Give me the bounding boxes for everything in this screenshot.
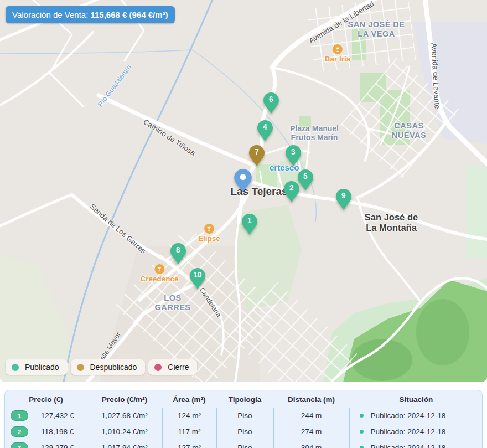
cierre-dot-icon — [154, 364, 162, 371]
area-cell: 117 m² — [162, 424, 216, 440]
price-cell: 127,432 € — [28, 411, 87, 420]
col-header-area: Área (m²) — [162, 390, 216, 408]
subject-property-pin[interactable] — [234, 169, 252, 192]
legend-chip-despublicado: Despublicado — [71, 359, 146, 375]
map-marker-4[interactable]: 4 — [257, 120, 273, 141]
status-cell: Publicado: 2024-12-18 — [371, 411, 446, 420]
status-cell: Publicado: 2024-12-18 — [371, 428, 446, 436]
col-header-tipologia: Tipología — [216, 390, 273, 408]
area-cell: 124 m² — [162, 408, 216, 424]
publicado-dot-icon — [12, 364, 19, 371]
col-header-situacion: Situación — [349, 390, 483, 408]
marker-number: 8 — [170, 245, 186, 254]
despublicado-dot-icon — [77, 364, 84, 371]
map-marker-6[interactable]: 6 — [263, 92, 279, 114]
status-cell: Publicado: 2024-12-18 — [371, 444, 446, 448]
map-legend: Publicado Despublicado Cierre — [6, 359, 197, 375]
table-row[interactable]: 2 118,198 € 1,010.24 €/m² 117 m² Piso 27… — [5, 424, 483, 440]
status-dot-icon — [360, 414, 364, 418]
row-number-badge: 1 — [11, 410, 28, 421]
marker-number: 4 — [257, 122, 273, 131]
marker-number: 3 — [286, 147, 301, 156]
price-m2-cell: 1,027.68 €/m² — [87, 408, 162, 424]
map-marker-2[interactable]: 2 — [284, 181, 299, 202]
map-marker-5[interactable]: 5 — [298, 169, 313, 190]
table-header-row: Precio (€) Precio (€/m²) Área (m²) Tipol… — [5, 390, 483, 408]
marker-number: 6 — [263, 95, 279, 104]
map-marker-1[interactable]: 1 — [242, 214, 257, 235]
marker-number: 7 — [249, 147, 265, 156]
legend-label: Cierre — [168, 363, 189, 372]
distance-cell: 304 m — [273, 440, 349, 448]
table-row[interactable]: 1 127,432 € 1,027.68 €/m² 124 m² Piso 24… — [5, 408, 483, 424]
table-row[interactable]: 3 129,279 € 1,017.94 €/m² 127 m² Piso 30… — [5, 440, 483, 448]
marker-number: 10 — [190, 270, 205, 279]
distance-cell: 244 m — [273, 408, 349, 424]
col-header-precio-m2: Precio (€/m²) — [87, 390, 162, 408]
price-m2-cell: 1,010.24 €/m² — [87, 424, 162, 440]
comparables-table: Precio (€) Precio (€/m²) Área (m²) Tipol… — [4, 390, 483, 448]
valuation-badge: Valoración de Venta: 115,668 € (964 €/m²… — [6, 6, 175, 23]
legend-label: Despublicado — [90, 363, 137, 372]
type-cell: Piso — [216, 440, 273, 448]
valuation-value: 115,668 € (964 €/m²) — [91, 10, 168, 19]
price-cell: 129,279 € — [28, 444, 87, 448]
map-marker-7[interactable]: 7 — [249, 145, 265, 166]
map-marker-3[interactable]: 3 — [286, 145, 301, 166]
legend-chip-cierre: Cierre — [148, 359, 197, 375]
row-number-badge: 2 — [11, 426, 28, 437]
marker-number: 5 — [298, 172, 313, 181]
map-marker-10[interactable]: 10 — [190, 268, 205, 289]
row-number-badge: 3 — [11, 442, 28, 448]
map-canvas[interactable]: Avenida de la Libertad SAN JOSÉ DE LA VE… — [0, 0, 487, 382]
marker-number: 9 — [336, 191, 351, 200]
col-header-distancia: Distancia (m) — [273, 390, 349, 408]
type-cell: Piso — [216, 408, 273, 424]
marker-number: 2 — [284, 183, 299, 192]
col-header-precio: Precio (€) — [5, 390, 87, 408]
valuation-label: Valoración de Venta: — [12, 10, 88, 19]
type-cell: Piso — [216, 424, 273, 440]
status-dot-icon — [360, 430, 364, 434]
legend-label: Publicado — [25, 363, 59, 372]
marker-number: 1 — [242, 216, 257, 225]
map-marker-9[interactable]: 9 — [336, 189, 351, 210]
map-marker-8[interactable]: 8 — [170, 243, 186, 264]
legend-chip-publicado: Publicado — [6, 359, 68, 375]
area-cell: 127 m² — [162, 440, 216, 448]
status-dot-icon — [360, 446, 364, 448]
price-cell: 118,198 € — [28, 428, 87, 436]
price-m2-cell: 1,017.94 €/m² — [87, 440, 162, 448]
distance-cell: 274 m — [273, 424, 349, 440]
